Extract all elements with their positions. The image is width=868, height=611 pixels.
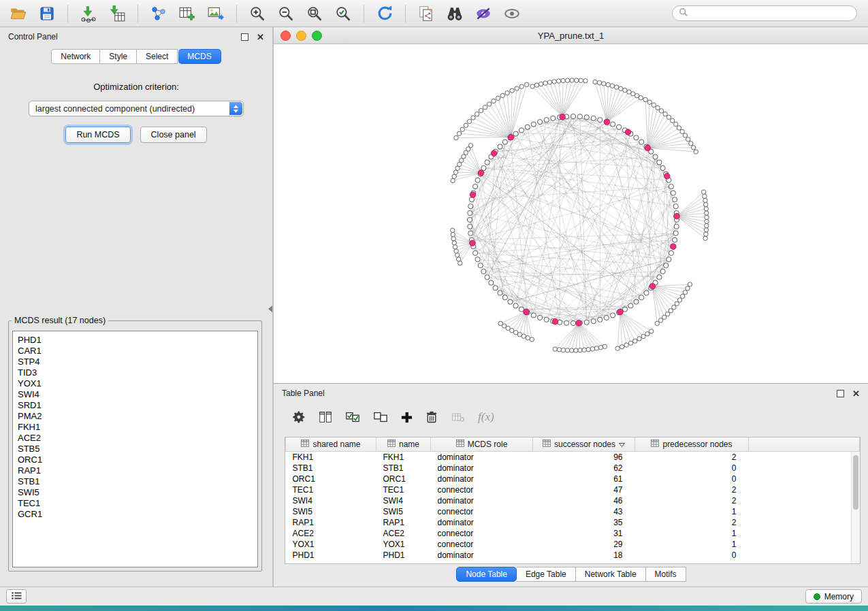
network-node[interactable]: [628, 303, 633, 308]
tab-style[interactable]: Style: [100, 49, 137, 64]
network-node[interactable]: [492, 99, 496, 103]
network-node[interactable]: [452, 241, 456, 245]
network-node[interactable]: [485, 160, 489, 165]
table-scrollbar-thumb[interactable]: [853, 455, 858, 510]
network-node[interactable]: [513, 303, 518, 308]
network-node[interactable]: [660, 165, 665, 170]
show-hide-icon[interactable]: [500, 3, 524, 24]
result-item[interactable]: FKH1: [18, 422, 253, 433]
network-node[interactable]: [628, 341, 632, 345]
column-header-MCDS-role[interactable]: MCDS role: [431, 437, 533, 452]
result-item[interactable]: GCR1: [18, 509, 253, 520]
memory-button[interactable]: Memory: [805, 589, 862, 604]
result-item[interactable]: YOX1: [18, 378, 253, 389]
network-node[interactable]: [502, 295, 507, 300]
network-node[interactable]: [610, 84, 614, 88]
network-node[interactable]: [631, 92, 635, 96]
result-item[interactable]: ACE2: [18, 433, 253, 444]
network-node[interactable]: [702, 190, 706, 194]
column-header-successor-nodes[interactable]: successor nodes: [533, 437, 635, 452]
network-node[interactable]: [543, 81, 547, 85]
float-panel-icon[interactable]: [241, 33, 248, 41]
column-header-predecessor-nodes[interactable]: predecessor nodes: [635, 437, 749, 452]
result-item[interactable]: TID3: [18, 367, 253, 378]
network-node[interactable]: [677, 298, 681, 302]
network-node[interactable]: [575, 78, 579, 82]
dominator-node[interactable]: [604, 119, 610, 125]
network-node[interactable]: [552, 80, 556, 84]
network-node[interactable]: [656, 105, 660, 110]
network-node[interactable]: [647, 100, 652, 104]
network-node[interactable]: [639, 295, 644, 300]
network-node[interactable]: [468, 211, 472, 216]
network-node[interactable]: [620, 345, 624, 349]
table-row[interactable]: PHD1PHD1dominator180: [286, 550, 860, 561]
network-node[interactable]: [583, 79, 588, 83]
copy-document-icon[interactable]: [415, 3, 438, 24]
panel-splitter-handle[interactable]: [268, 306, 272, 312]
network-node[interactable]: [451, 228, 455, 232]
export-image-icon[interactable]: [204, 3, 227, 24]
save-session-icon[interactable]: [35, 3, 59, 24]
tab-node-table[interactable]: Node Table: [456, 567, 517, 582]
network-node[interactable]: [577, 114, 582, 119]
network-node[interactable]: [643, 97, 647, 101]
table-scrollbar[interactable]: [851, 452, 860, 563]
network-node[interactable]: [473, 250, 478, 255]
new-network-icon[interactable]: [147, 3, 170, 24]
fx-icon[interactable]: f(x): [478, 410, 494, 424]
network-node[interactable]: [464, 123, 468, 127]
network-node[interactable]: [570, 348, 574, 352]
network-node[interactable]: [564, 320, 569, 325]
network-node[interactable]: [556, 79, 560, 83]
network-node[interactable]: [539, 82, 543, 86]
network-node[interactable]: [586, 348, 590, 352]
network-node[interactable]: [454, 249, 458, 253]
network-node[interactable]: [639, 96, 643, 100]
network-node[interactable]: [652, 103, 656, 107]
network-node[interactable]: [525, 125, 530, 129]
network-node[interactable]: [455, 166, 460, 170]
network-node[interactable]: [637, 337, 641, 341]
network-node[interactable]: [498, 291, 502, 295]
network-node[interactable]: [634, 135, 639, 140]
dominator-node[interactable]: [470, 240, 476, 246]
network-node[interactable]: [521, 334, 526, 338]
network-node[interactable]: [538, 315, 543, 320]
network-node[interactable]: [615, 346, 620, 350]
network-node[interactable]: [483, 105, 487, 110]
dominator-node[interactable]: [491, 150, 497, 156]
dominator-node[interactable]: [508, 134, 514, 140]
network-node[interactable]: [561, 348, 565, 352]
dominator-node[interactable]: [576, 320, 582, 327]
network-node[interactable]: [624, 343, 628, 347]
zoom-fit-icon[interactable]: [303, 3, 326, 24]
tab-network[interactable]: Network: [51, 49, 100, 64]
network-node[interactable]: [663, 112, 667, 116]
result-item[interactable]: SWI4: [18, 389, 253, 400]
dominator-node[interactable]: [560, 114, 566, 120]
network-node[interactable]: [704, 232, 708, 236]
new-table-icon[interactable]: [176, 3, 199, 24]
network-node[interactable]: [570, 78, 574, 82]
network-node[interactable]: [468, 231, 473, 235]
result-item[interactable]: STP4: [18, 357, 253, 367]
import-table-icon[interactable]: [106, 3, 129, 24]
result-item[interactable]: TEC1: [18, 498, 253, 509]
network-node[interactable]: [598, 118, 602, 122]
network-node[interactable]: [485, 275, 489, 280]
network-node[interactable]: [704, 203, 708, 207]
network-node[interactable]: [641, 334, 645, 338]
network-node[interactable]: [606, 82, 610, 86]
network-node[interactable]: [451, 237, 455, 241]
network-node[interactable]: [519, 84, 524, 88]
network-node[interactable]: [602, 344, 607, 348]
network-node[interactable]: [683, 291, 687, 295]
network-node[interactable]: [453, 170, 457, 174]
network-node[interactable]: [671, 191, 675, 195]
open-session-icon[interactable]: [7, 3, 30, 24]
network-node[interactable]: [502, 139, 507, 144]
network-node[interactable]: [666, 257, 671, 262]
table-row[interactable]: SWI4SWI4dominator462: [286, 495, 860, 506]
network-node[interactable]: [703, 198, 707, 202]
